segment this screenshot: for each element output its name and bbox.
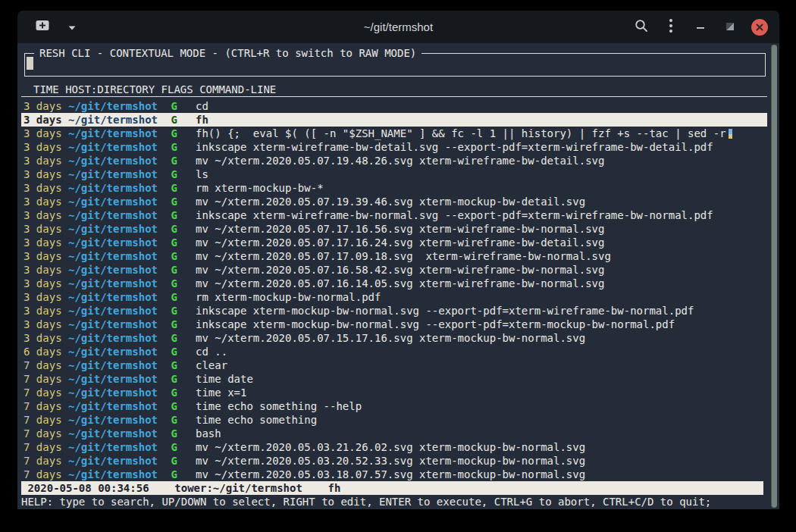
terminal-content: RESH CLI - CONTEXTUAL MODE - (CTRL+R to … [17, 43, 779, 509]
scrollbar-thumb[interactable] [771, 45, 777, 508]
row-command: cd [196, 99, 767, 113]
row-time: 7 days [24, 399, 68, 413]
row-command: time date [196, 372, 767, 386]
row-time: 7 days [24, 440, 68, 454]
row-command: mv ~/xterm.2020.05.03.18.07.57.svg xterm… [196, 468, 767, 481]
history-row[interactable]: 7 days ~/git/termshot G bash [21, 427, 767, 440]
titlebar-left-controls [33, 19, 79, 36]
row-time: 7 days [24, 427, 68, 440]
history-row[interactable]: 3 days ~/git/termshot G rm xterm-mockup-… [21, 290, 767, 304]
search-input[interactable]: RESH CLI - CONTEXTUAL MODE - (CTRL+R to … [24, 53, 766, 77]
row-command: mv ~/xterm.2020.05.07.17.09.18.svg xterm… [196, 249, 767, 263]
history-rows: 3 days ~/git/termshot G cd 3 days ~/git/… [21, 99, 767, 481]
minimize-icon [696, 20, 705, 34]
history-row[interactable]: 3 days ~/git/termshot G cd [21, 99, 767, 113]
restore-button[interactable] [721, 18, 739, 36]
row-directory: ~/git/termshot [68, 113, 165, 127]
history-row[interactable]: 3 days ~/git/termshot G inkscape xterm-m… [21, 318, 767, 331]
row-flags: G [165, 113, 196, 127]
history-row[interactable]: 3 days ~/git/termshot G rm xterm-mockup-… [21, 181, 767, 195]
history-row[interactable]: 7 days ~/git/termshot G mv ~/xterm.2020.… [21, 468, 767, 481]
row-flags: G [165, 386, 196, 399]
history-row[interactable]: 7 days ~/git/termshot G mv ~/xterm.2020.… [21, 440, 767, 454]
row-command: inkscape xterm-mockup-bw-normal.svg --ex… [196, 304, 767, 318]
row-directory: ~/git/termshot [68, 468, 165, 481]
new-tab-icon [36, 20, 49, 34]
row-flags: G [165, 399, 196, 413]
row-directory: ~/git/termshot [68, 454, 165, 468]
history-row[interactable]: 3 days ~/git/termshot G mv ~/xterm.2020.… [21, 331, 767, 345]
row-flags: G [165, 358, 196, 372]
row-directory: ~/git/termshot [68, 181, 165, 195]
search-button[interactable] [632, 18, 650, 36]
history-row[interactable]: 3 days ~/git/termshot G mv ~/xterm.2020.… [21, 154, 767, 167]
history-row[interactable]: 3 days ~/git/termshot G fh [21, 113, 767, 127]
history-row[interactable]: 3 days ~/git/termshot G mv ~/xterm.2020.… [21, 263, 767, 277]
row-time: 3 days [24, 249, 68, 263]
row-directory: ~/git/termshot [68, 127, 165, 140]
row-command: mv ~/xterm.2020.05.07.16.14.05.svg xterm… [196, 277, 767, 290]
history-row[interactable]: 7 days ~/git/termshot G clear [21, 358, 767, 372]
history-row[interactable]: 3 days ~/git/termshot G mv ~/xterm.2020.… [21, 236, 767, 249]
menu-button[interactable] [662, 18, 680, 36]
terminal-window: ~/git/termshot [17, 11, 779, 509]
history-row[interactable]: 7 days ~/git/termshot G time echo someth… [21, 399, 767, 413]
row-directory: ~/git/termshot [68, 345, 165, 358]
history-row[interactable]: 7 days ~/git/termshot G time echo someth… [21, 413, 767, 427]
row-flags: G [165, 222, 196, 236]
row-directory: ~/git/termshot [68, 99, 165, 113]
row-flags: G [165, 277, 196, 290]
row-flags: G [165, 372, 196, 386]
row-time: 7 days [24, 454, 68, 468]
row-command: rm xterm-mockup-bw-* [196, 181, 767, 195]
row-time: 3 days [24, 154, 68, 167]
row-command: mv ~/xterm.2020.05.03.21.26.02.svg xterm… [196, 440, 767, 454]
row-command: mv ~/xterm.2020.05.07.16.58.42.svg xterm… [196, 263, 767, 277]
history-row[interactable]: 3 days ~/git/termshot G mv ~/xterm.2020.… [21, 277, 767, 290]
close-button[interactable] [751, 18, 769, 36]
row-directory: ~/git/termshot [68, 440, 165, 454]
history-row[interactable]: 7 days ~/git/termshot G time date [21, 372, 767, 386]
history-row[interactable]: 6 days ~/git/termshot G cd .. [21, 345, 767, 358]
row-command: mv ~/xterm.2020.05.03.20.52.33.svg xterm… [196, 454, 767, 468]
row-command: mv ~/xterm.2020.05.07.19.39.46.svg xterm… [196, 195, 767, 208]
row-command: ls [196, 167, 767, 181]
row-directory: ~/git/termshot [68, 154, 165, 167]
history-row[interactable]: 3 days ~/git/termshot G inkscape xterm-m… [21, 304, 767, 318]
history-row[interactable]: 3 days ~/git/termshot G mv ~/xterm.2020.… [21, 222, 767, 236]
row-command: time x=1 [196, 386, 767, 399]
history-row[interactable]: 3 days ~/git/termshot G mv ~/xterm.2020.… [21, 195, 767, 208]
row-command: fh() {; eval $( ([ -n "$ZSH_NAME" ] && f… [196, 127, 767, 140]
row-directory: ~/git/termshot [68, 167, 165, 181]
row-command: mv ~/xterm.2020.05.07.19.48.26.svg xterm… [196, 154, 767, 167]
titlebar: ~/git/termshot [17, 11, 779, 43]
row-flags: G [165, 345, 196, 358]
history-row[interactable]: 3 days ~/git/termshot G mv ~/xterm.2020.… [21, 249, 767, 263]
search-icon [635, 19, 648, 36]
history-row[interactable]: 3 days ~/git/termshot G fh() {; eval $( … [21, 127, 767, 140]
row-time: 3 days [24, 195, 68, 208]
row-time: 3 days [24, 290, 68, 304]
new-tab-button[interactable] [33, 19, 52, 36]
row-time: 3 days [24, 277, 68, 290]
row-time: 3 days [24, 140, 68, 154]
row-time: 3 days [24, 181, 68, 195]
history-row[interactable]: 3 days ~/git/termshot G inkscape xterm-w… [21, 208, 767, 222]
row-command: rm xterm-mockup-bw-normal.pdf [196, 290, 767, 304]
minimize-button[interactable] [691, 18, 710, 36]
row-command: bash [196, 427, 767, 440]
row-flags: G [165, 413, 196, 427]
tab-dropdown-button[interactable] [65, 19, 79, 36]
history-row[interactable]: 3 days ~/git/termshot G inkscape xterm-w… [21, 140, 767, 154]
history-row[interactable]: 3 days ~/git/termshot G ls [21, 167, 767, 181]
row-command: mv ~/xterm.2020.05.07.15.17.16.svg xterm… [196, 331, 767, 345]
row-time: 3 days [24, 263, 68, 277]
row-directory: ~/git/termshot [68, 372, 165, 386]
history-row[interactable]: 7 days ~/git/termshot G mv ~/xterm.2020.… [21, 454, 767, 468]
row-time: 3 days [24, 208, 68, 222]
row-directory: ~/git/termshot [68, 358, 165, 372]
history-row[interactable]: 7 days ~/git/termshot G time x=1 [21, 386, 767, 399]
row-command: inkscape xterm-wireframe-bw-normal.svg -… [196, 208, 767, 222]
history-table-header: TIME HOST:DIRECTORY FLAGS COMMAND-LINE [21, 83, 767, 97]
row-flags: G [165, 181, 196, 195]
